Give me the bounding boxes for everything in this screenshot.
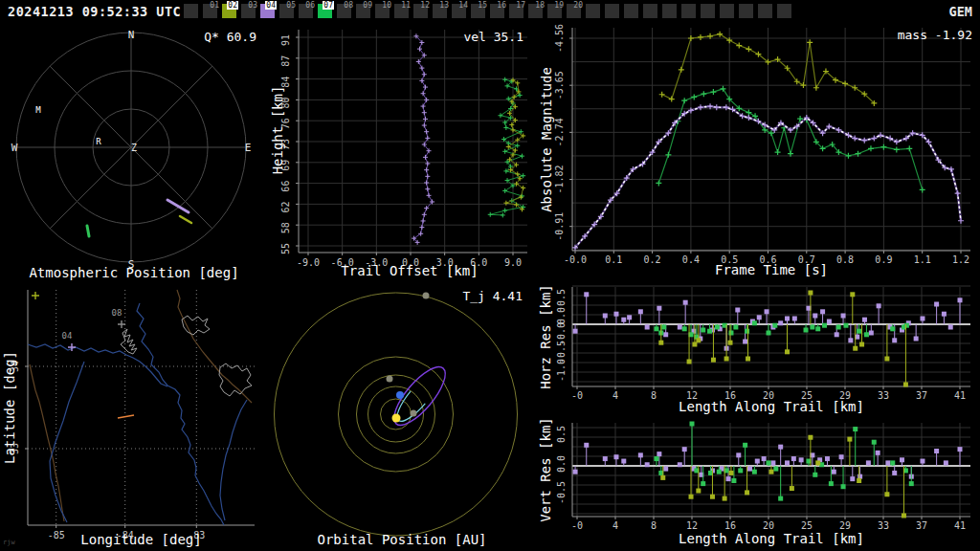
camera-indicator-16: 16 bbox=[490, 4, 504, 18]
camera-indicator-20: 20 bbox=[567, 4, 581, 18]
camera-indicator bbox=[681, 4, 696, 18]
svg-text:-2.74: -2.74 bbox=[554, 118, 565, 146]
camera-indicator-09: 09 bbox=[356, 4, 370, 18]
svg-text:R: R bbox=[96, 137, 101, 146]
camera-indicator bbox=[720, 4, 734, 18]
planet-dot bbox=[411, 410, 417, 417]
orbit-title: Orbital Position [AU] bbox=[268, 532, 536, 547]
camera-indicator-10: 10 bbox=[375, 4, 390, 18]
polar-title: Atmospheric Position [deg] bbox=[0, 265, 268, 280]
magnitude-ylabel: Absolute Magnitude bbox=[539, 67, 554, 212]
horizontal-residuals-plot: -04812162025293337410.50.0-0.0-0.5-1.0 bbox=[536, 282, 980, 416]
camera-indicator bbox=[777, 4, 791, 18]
camera-indicator-04: 04 bbox=[260, 4, 275, 18]
mass-annotation: mass -1.92 bbox=[833, 28, 972, 42]
camera-indicator-11: 11 bbox=[394, 4, 409, 18]
camera-04-trail bbox=[412, 33, 434, 245]
polar-annotation: Q* 60.9 bbox=[134, 30, 256, 44]
camera-indicator-12: 12 bbox=[413, 4, 428, 18]
height-ylabel: Height [km] bbox=[270, 86, 285, 175]
rivers bbox=[28, 303, 247, 525]
utc-clock: 20241213 09:52:33 UTC bbox=[8, 4, 181, 19]
trail-offset-panel: -9.0-6.0-3.00.03.06.09.05558626669737680… bbox=[268, 23, 536, 287]
svg-text:04: 04 bbox=[62, 331, 73, 341]
velocity-annotation: vel 35.1 bbox=[402, 30, 523, 44]
tisserand-annotation: T_j 4.41 bbox=[402, 289, 523, 303]
residual-series bbox=[573, 292, 963, 350]
frame-time-xlabel: Frame Time [s] bbox=[572, 262, 970, 277]
longitude-xlabel: Longitude [deg] bbox=[28, 532, 255, 547]
meteor-trail bbox=[180, 216, 191, 223]
camera-indicator bbox=[758, 4, 772, 18]
residual-series bbox=[654, 422, 913, 501]
svg-text:25: 25 bbox=[801, 520, 813, 531]
shower-code: GEM bbox=[949, 4, 972, 19]
camera-indicator bbox=[184, 4, 198, 18]
svg-text:29: 29 bbox=[839, 520, 851, 531]
camera-indicator-05: 05 bbox=[279, 4, 294, 18]
sun-dot bbox=[392, 414, 401, 423]
svg-text:0.0: 0.0 bbox=[556, 455, 567, 473]
camera-indicator bbox=[624, 4, 638, 18]
camera-indicator-06: 06 bbox=[299, 4, 313, 18]
light-curve-plot: -0.00.10.20.40.50.60.70.80.91.11.2-4.56-… bbox=[536, 23, 980, 287]
ground-map-panel: -85-84-8334330408 bbox=[0, 287, 268, 551]
watermark: rjw bbox=[3, 539, 15, 546]
camera-indicator-15: 15 bbox=[471, 4, 485, 18]
earth-dot bbox=[396, 391, 404, 399]
svg-text:33: 33 bbox=[878, 520, 889, 531]
horizontal-residuals-panel: -04812162025293337410.50.0-0.0-0.5-1.0 bbox=[536, 282, 980, 416]
svg-text:55: 55 bbox=[280, 243, 291, 254]
svg-text:12: 12 bbox=[686, 520, 698, 531]
svg-text:20: 20 bbox=[763, 520, 774, 531]
sky-position-panel: NSWEZMR bbox=[0, 23, 268, 287]
camera-indicator-13: 13 bbox=[433, 4, 447, 18]
camera-indicator-14: 14 bbox=[452, 4, 466, 18]
light-curve-panel: -0.00.10.20.40.50.60.70.80.91.11.2-4.56-… bbox=[536, 23, 980, 287]
svg-text:0.5: 0.5 bbox=[556, 426, 567, 443]
svg-text:62: 62 bbox=[280, 201, 291, 212]
horz-res-xlabel: Length Along Trail [km] bbox=[572, 399, 970, 414]
station-marker bbox=[32, 292, 39, 299]
svg-text:08: 08 bbox=[112, 308, 122, 318]
svg-text:-0.91: -0.91 bbox=[554, 212, 565, 241]
svg-text:8: 8 bbox=[651, 520, 657, 531]
camera-indicator bbox=[643, 4, 657, 18]
svg-text:Z: Z bbox=[131, 143, 137, 153]
camera-indicator bbox=[739, 4, 753, 18]
planet-dot bbox=[387, 376, 393, 383]
svg-text:-1.82: -1.82 bbox=[554, 165, 565, 193]
svg-text:W: W bbox=[11, 142, 18, 154]
sky-position-plot: NSWEZMR bbox=[0, 23, 268, 287]
trail-offset-plot: -9.0-6.0-3.00.03.06.09.05558626669737680… bbox=[268, 23, 536, 287]
svg-text:-4.56: -4.56 bbox=[554, 24, 565, 53]
svg-text:E: E bbox=[245, 142, 252, 154]
svg-text:-0: -0 bbox=[571, 520, 583, 531]
svg-text:41: 41 bbox=[954, 520, 966, 531]
svg-text:66: 66 bbox=[280, 181, 291, 192]
svg-text:37: 37 bbox=[916, 520, 927, 531]
meteor-trail bbox=[87, 226, 89, 236]
svg-text:91: 91 bbox=[280, 34, 291, 46]
svg-text:4: 4 bbox=[612, 520, 618, 531]
camera-indicator-07: 07 bbox=[318, 4, 332, 18]
svg-text:58: 58 bbox=[280, 222, 291, 233]
camera-indicator-17: 17 bbox=[509, 4, 523, 18]
camera-indicator-18: 18 bbox=[528, 4, 543, 18]
svg-text:M: M bbox=[35, 105, 41, 115]
vert-res-ylabel: Vert Res [km] bbox=[538, 417, 553, 522]
camera-indicator-03: 03 bbox=[241, 4, 256, 18]
camera-indicator-08: 08 bbox=[337, 4, 351, 18]
camera-07-lightcurve bbox=[656, 86, 924, 193]
orbit-plot bbox=[268, 287, 536, 551]
svg-text:-3.65: -3.65 bbox=[554, 71, 565, 99]
latitude-ylabel: Latitude [deg] bbox=[2, 351, 17, 464]
meteor-station-display: 20241213 09:52:33 UTC 010203040506070809… bbox=[0, 0, 980, 551]
ground-map-plot: -85-84-8334330408 bbox=[0, 287, 268, 551]
ground-track bbox=[118, 415, 134, 418]
svg-text:0.0: 0.0 bbox=[556, 307, 567, 324]
camera-indicator bbox=[586, 4, 600, 18]
camera-indicator-02: 02 bbox=[222, 4, 236, 18]
horz-res-ylabel: Horz Res [km] bbox=[538, 284, 553, 389]
station-marker: 08 bbox=[112, 308, 125, 328]
